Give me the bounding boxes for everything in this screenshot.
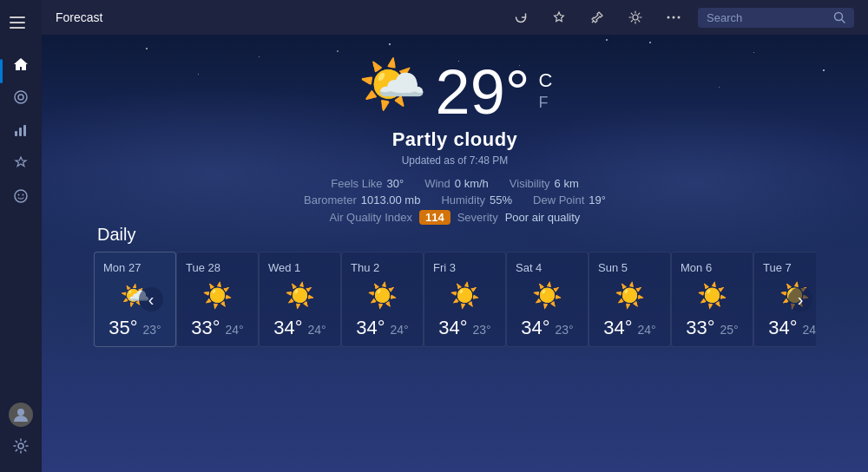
day-temps: 35° 23° [108,317,161,339]
visibility-label: Visibility [510,177,550,190]
pin-button[interactable] [583,3,611,31]
humidity: Humidity 55% [441,193,512,206]
sidebar-item-favorites[interactable] [3,148,38,179]
day-temps: 34° 24° [603,317,655,339]
wind-label: Wind [424,177,450,190]
refresh-button[interactable] [507,3,535,31]
nav-next-button[interactable]: › [788,287,812,311]
svg-point-15 [667,16,670,19]
day-card[interactable]: Tue 28 ☀️ 33° 24° [176,252,259,347]
sidebar [0,0,42,472]
day-icon: ☀️ [450,281,480,310]
last-updated: Updated as of 7:48 PM [402,154,509,167]
day-name: Sun 5 [598,261,628,274]
daily-title: Daily [94,225,816,245]
day-high: 34° [521,317,549,339]
svg-point-9 [18,194,20,196]
day-temps: 34° 24° [356,317,408,339]
header: Forecast [42,0,868,35]
app-title: Forecast [56,10,102,24]
visibility-value: 6 km [555,177,579,190]
svg-rect-2 [10,27,25,29]
day-card[interactable]: Fri 3 ☀️ 34° 23° [424,252,506,347]
dew-point: Dew Point 19° [533,193,606,206]
search-box[interactable] [698,8,854,28]
svg-point-8 [15,190,27,202]
daily-wrapper: ‹ Mon 27 🌤️ 35° 23° Tue 28 ☀️ 33° 24° We… [94,252,816,347]
humidity-label: Humidity [441,193,485,206]
sidebar-item-settings[interactable] [3,430,38,462]
day-card[interactable]: Sun 5 ☀️ 34° 24° [589,252,671,347]
day-icon: ☀️ [697,281,727,310]
sidebar-bottom [3,403,38,472]
day-card[interactable]: Mon 6 ☀️ 33° 25° [671,252,753,347]
svg-rect-6 [19,128,22,136]
day-name: Fri 3 [433,261,456,274]
day-low: 23° [473,323,491,337]
day-card[interactable]: Mon 27 🌤️ 35° 23° [94,252,176,347]
svg-rect-5 [15,131,17,136]
temperature-value: 29° [436,61,530,123]
day-high: 34° [768,317,797,339]
wind-value: 0 km/h [455,177,489,190]
aqi-label: Air Quality Index [330,211,412,224]
svg-rect-0 [10,16,25,18]
fahrenheit-button[interactable]: F [539,94,553,112]
celsius-button[interactable]: C [539,69,553,92]
day-low: 24° [803,323,816,337]
weather-condition: Partly cloudy [392,128,518,151]
day-temps: 34° 24° [768,317,816,339]
day-high: 34° [603,317,632,339]
wind: Wind 0 km/h [424,177,489,190]
sidebar-item-home[interactable] [3,49,38,80]
current-weather: 🌤️ 29° C F Partly cloudy Updated as of 7… [42,35,868,225]
more-button[interactable] [660,3,687,31]
aqi-row: Air Quality Index 114 Severity Poor air … [330,210,581,225]
day-low: 25° [720,323,739,337]
day-name: Wed 1 [268,261,300,274]
day-name: Thu 2 [351,261,379,274]
humidity-value: 55% [490,193,512,206]
day-card[interactable]: Thu 2 ☀️ 34° 24° [341,252,424,347]
day-low: 24° [391,323,409,337]
search-input[interactable] [707,11,828,24]
barometer-value: 1013.00 mb [361,193,421,206]
brightness-button[interactable] [621,3,649,31]
weather-details-row1: Feels Like 30° Wind 0 km/h Visibility 6 … [331,177,578,190]
barometer-label: Barometer [304,193,357,206]
day-high: 35° [108,317,137,339]
day-name: Tue 7 [763,261,792,274]
weather-icon: 🌤️ [358,56,427,112]
svg-line-19 [842,20,845,23]
svg-point-17 [678,16,681,19]
hamburger-button[interactable] [0,7,35,38]
sidebar-item-emoji[interactable] [3,180,38,212]
active-indicator [0,59,3,83]
daily-cards: Mon 27 🌤️ 35° 23° Tue 28 ☀️ 33° 24° Wed … [94,252,816,347]
visibility: Visibility 6 km [510,177,579,190]
day-low: 24° [638,323,656,337]
day-name: Mon 27 [103,261,141,274]
feels-like-value: 30° [387,177,404,190]
day-card[interactable]: Wed 1 ☀️ 34° 24° [259,252,341,347]
day-icon: ☀️ [367,281,398,310]
svg-rect-7 [23,125,26,136]
day-low: 24° [308,323,326,337]
weather-details-row2: Barometer 1013.00 mb Humidity 55% Dew Po… [304,193,606,206]
temperature-row: 🌤️ 29° C F [358,61,553,123]
day-temps: 34° 23° [521,317,573,339]
day-temps: 34° 23° [438,317,490,339]
svg-rect-1 [10,22,25,23]
svg-line-13 [592,21,594,23]
day-card[interactable]: Sat 4 ☀️ 34° 23° [506,252,589,347]
avatar[interactable] [9,403,33,427]
dew-point-value: 19° [589,193,606,206]
dew-point-label: Dew Point [533,193,584,206]
severity-label: Severity [457,211,498,224]
favorite-button[interactable] [545,3,573,31]
svg-point-3 [15,91,27,103]
aqi-badge: 114 [419,210,450,225]
sidebar-item-news[interactable] [3,82,38,113]
nav-prev-button[interactable]: ‹ [139,287,163,311]
sidebar-item-chart[interactable] [3,115,38,146]
